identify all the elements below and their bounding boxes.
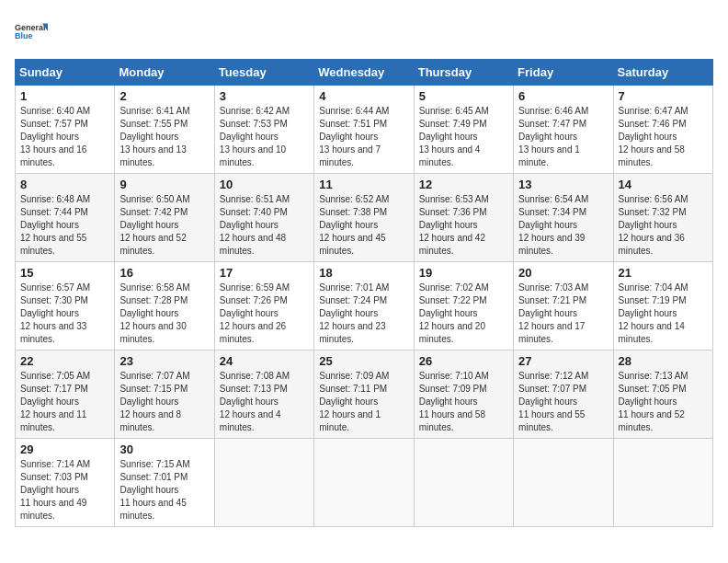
day-info: Sunrise: 6:57 AM Sunset: 7:30 PM Dayligh… <box>20 282 109 346</box>
day-info: Sunrise: 6:51 AM Sunset: 7:40 PM Dayligh… <box>220 193 309 258</box>
day-info: Sunrise: 6:59 AM Sunset: 7:26 PM Dayligh… <box>220 282 309 346</box>
day-cell: 3 Sunrise: 6:42 AM Sunset: 7:53 PM Dayli… <box>214 86 313 174</box>
day-info: Sunrise: 6:53 AM Sunset: 7:36 PM Dayligh… <box>419 193 508 258</box>
day-number: 16 <box>119 266 209 280</box>
day-cell: 30 Sunrise: 7:15 AM Sunset: 7:01 PM Dayl… <box>115 439 214 527</box>
day-cell: 26 Sunrise: 7:10 AM Sunset: 7:09 PM Dayl… <box>414 350 513 439</box>
day-number: 3 <box>220 89 309 103</box>
day-number: 4 <box>319 89 408 103</box>
day-cell <box>514 439 613 527</box>
day-cell <box>314 439 414 527</box>
day-number: 10 <box>220 178 309 191</box>
day-cell: 24 Sunrise: 7:08 AM Sunset: 7:13 PM Dayl… <box>214 350 313 439</box>
logo-svg: General Blue <box>15 15 48 48</box>
day-number: 25 <box>319 354 408 368</box>
column-header-monday: Monday <box>115 60 214 86</box>
week-row-1: 1 Sunrise: 6:40 AM Sunset: 7:57 PM Dayli… <box>16 86 713 174</box>
day-number: 22 <box>20 354 109 368</box>
day-number: 15 <box>20 266 109 280</box>
day-cell: 15 Sunrise: 6:57 AM Sunset: 7:30 PM Dayl… <box>16 262 115 350</box>
day-info: Sunrise: 6:50 AM Sunset: 7:42 PM Dayligh… <box>119 193 209 258</box>
logo: General Blue <box>15 15 48 48</box>
day-info: Sunrise: 6:46 AM Sunset: 7:47 PM Dayligh… <box>518 105 608 169</box>
day-cell: 20 Sunrise: 7:03 AM Sunset: 7:21 PM Dayl… <box>514 262 613 350</box>
day-cell: 16 Sunrise: 6:58 AM Sunset: 7:28 PM Dayl… <box>115 262 214 350</box>
day-cell: 19 Sunrise: 7:02 AM Sunset: 7:22 PM Dayl… <box>414 262 513 350</box>
day-info: Sunrise: 7:02 AM Sunset: 7:22 PM Dayligh… <box>419 282 508 346</box>
day-info: Sunrise: 7:13 AM Sunset: 7:05 PM Dayligh… <box>619 370 708 434</box>
day-info: Sunrise: 7:01 AM Sunset: 7:24 PM Dayligh… <box>319 282 408 346</box>
day-info: Sunrise: 7:05 AM Sunset: 7:17 PM Dayligh… <box>20 370 109 434</box>
day-number: 27 <box>518 354 608 368</box>
day-cell: 17 Sunrise: 6:59 AM Sunset: 7:26 PM Dayl… <box>214 262 313 350</box>
day-info: Sunrise: 7:09 AM Sunset: 7:11 PM Dayligh… <box>319 370 408 434</box>
day-info: Sunrise: 7:04 AM Sunset: 7:19 PM Dayligh… <box>619 282 708 346</box>
header-row: SundayMondayTuesdayWednesdayThursdayFrid… <box>16 60 713 86</box>
day-cell: 27 Sunrise: 7:12 AM Sunset: 7:07 PM Dayl… <box>514 350 613 439</box>
day-number: 30 <box>119 442 209 456</box>
day-number: 28 <box>619 354 708 368</box>
day-number: 18 <box>319 266 408 280</box>
day-info: Sunrise: 6:41 AM Sunset: 7:55 PM Dayligh… <box>119 105 209 169</box>
day-cell: 21 Sunrise: 7:04 AM Sunset: 7:19 PM Dayl… <box>613 262 712 350</box>
calendar-table: SundayMondayTuesdayWednesdayThursdayFrid… <box>15 59 713 527</box>
day-cell: 25 Sunrise: 7:09 AM Sunset: 7:11 PM Dayl… <box>314 350 414 439</box>
day-number: 11 <box>319 178 408 191</box>
day-info: Sunrise: 7:08 AM Sunset: 7:13 PM Dayligh… <box>220 370 309 434</box>
day-number: 6 <box>518 89 608 103</box>
svg-text:General: General <box>15 23 46 32</box>
day-info: Sunrise: 6:54 AM Sunset: 7:34 PM Dayligh… <box>518 193 608 258</box>
day-number: 17 <box>220 266 309 280</box>
column-header-friday: Friday <box>514 60 613 86</box>
header: General Blue <box>15 15 713 48</box>
day-cell: 1 Sunrise: 6:40 AM Sunset: 7:57 PM Dayli… <box>16 86 115 174</box>
day-info: Sunrise: 6:44 AM Sunset: 7:51 PM Dayligh… <box>319 105 408 169</box>
day-info: Sunrise: 7:12 AM Sunset: 7:07 PM Dayligh… <box>518 370 608 434</box>
day-number: 8 <box>20 178 109 191</box>
week-row-4: 22 Sunrise: 7:05 AM Sunset: 7:17 PM Dayl… <box>16 350 713 439</box>
day-cell <box>414 439 513 527</box>
day-cell: 6 Sunrise: 6:46 AM Sunset: 7:47 PM Dayli… <box>514 86 613 174</box>
svg-text:Blue: Blue <box>15 31 33 40</box>
column-header-sunday: Sunday <box>16 60 115 86</box>
column-header-tuesday: Tuesday <box>214 60 313 86</box>
day-cell: 18 Sunrise: 7:01 AM Sunset: 7:24 PM Dayl… <box>314 262 414 350</box>
day-cell: 5 Sunrise: 6:45 AM Sunset: 7:49 PM Dayli… <box>414 86 513 174</box>
day-info: Sunrise: 6:48 AM Sunset: 7:44 PM Dayligh… <box>20 193 109 258</box>
day-number: 29 <box>20 442 109 456</box>
day-info: Sunrise: 7:10 AM Sunset: 7:09 PM Dayligh… <box>419 370 508 434</box>
day-number: 21 <box>619 266 708 280</box>
day-number: 23 <box>119 354 209 368</box>
day-cell: 13 Sunrise: 6:54 AM Sunset: 7:34 PM Dayl… <box>514 174 613 262</box>
day-info: Sunrise: 6:40 AM Sunset: 7:57 PM Dayligh… <box>20 105 109 169</box>
column-header-wednesday: Wednesday <box>314 60 414 86</box>
day-cell <box>613 439 712 527</box>
day-number: 24 <box>220 354 309 368</box>
day-cell <box>214 439 313 527</box>
day-number: 13 <box>518 178 608 191</box>
day-cell: 14 Sunrise: 6:56 AM Sunset: 7:32 PM Dayl… <box>613 174 712 262</box>
day-number: 26 <box>419 354 508 368</box>
day-info: Sunrise: 6:56 AM Sunset: 7:32 PM Dayligh… <box>619 193 708 258</box>
day-number: 14 <box>619 178 708 191</box>
day-cell: 4 Sunrise: 6:44 AM Sunset: 7:51 PM Dayli… <box>314 86 414 174</box>
day-info: Sunrise: 7:14 AM Sunset: 7:03 PM Dayligh… <box>20 458 109 523</box>
day-cell: 11 Sunrise: 6:52 AM Sunset: 7:38 PM Dayl… <box>314 174 414 262</box>
day-cell: 29 Sunrise: 7:14 AM Sunset: 7:03 PM Dayl… <box>16 439 115 527</box>
day-number: 1 <box>20 89 109 103</box>
day-number: 5 <box>419 89 508 103</box>
day-info: Sunrise: 6:45 AM Sunset: 7:49 PM Dayligh… <box>419 105 508 169</box>
week-row-2: 8 Sunrise: 6:48 AM Sunset: 7:44 PM Dayli… <box>16 174 713 262</box>
column-header-thursday: Thursday <box>414 60 513 86</box>
day-number: 7 <box>619 89 708 103</box>
day-cell: 9 Sunrise: 6:50 AM Sunset: 7:42 PM Dayli… <box>115 174 214 262</box>
day-info: Sunrise: 6:42 AM Sunset: 7:53 PM Dayligh… <box>220 105 309 169</box>
day-number: 2 <box>119 89 209 103</box>
week-row-3: 15 Sunrise: 6:57 AM Sunset: 7:30 PM Dayl… <box>16 262 713 350</box>
day-info: Sunrise: 7:15 AM Sunset: 7:01 PM Dayligh… <box>119 458 209 523</box>
day-number: 19 <box>419 266 508 280</box>
day-number: 20 <box>518 266 608 280</box>
day-cell: 2 Sunrise: 6:41 AM Sunset: 7:55 PM Dayli… <box>115 86 214 174</box>
day-cell: 12 Sunrise: 6:53 AM Sunset: 7:36 PM Dayl… <box>414 174 513 262</box>
day-cell: 7 Sunrise: 6:47 AM Sunset: 7:46 PM Dayli… <box>613 86 712 174</box>
